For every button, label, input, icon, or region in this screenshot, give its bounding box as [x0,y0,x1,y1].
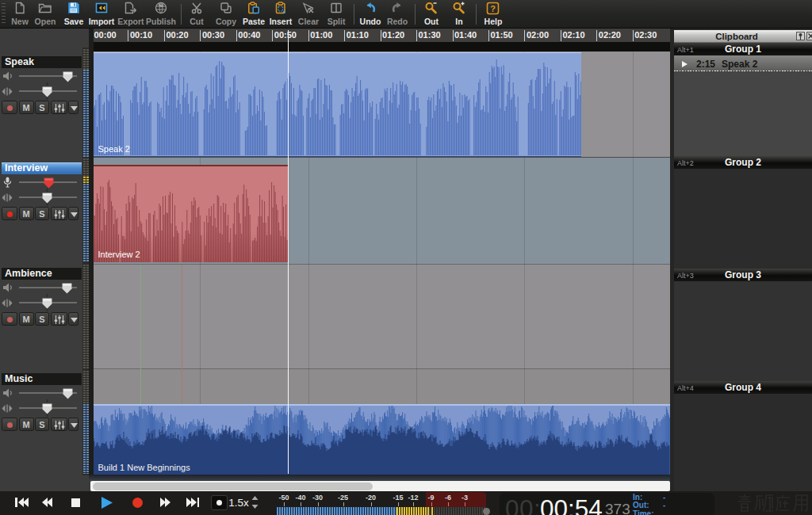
svg-text:?: ? [490,4,496,13]
